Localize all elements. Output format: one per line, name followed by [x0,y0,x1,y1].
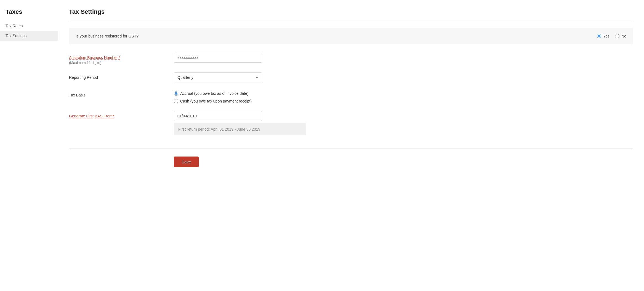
sidebar-nav: Tax Rates Tax Settings [0,21,58,41]
form-section: Australian Business Number * (Maximum 11… [69,53,633,149]
abn-label: Australian Business Number * [69,55,174,60]
gst-question: Is your business registered for GST? [76,34,597,38]
cash-radio[interactable] [174,99,178,103]
page-title: Tax Settings [69,8,633,15]
abn-label-col: Australian Business Number * (Maximum 11… [69,53,174,65]
gst-no-radio[interactable] [615,34,619,38]
reporting-period-control-col: Monthly Quarterly Annually [174,72,633,82]
accrual-label[interactable]: Accrual (you owe tax as of invoice date) [174,91,633,96]
abn-sublabel: (Maximum 11 digits) [69,61,174,65]
generate-bas-control-col: First return period: April 01 2019 - Jun… [174,111,633,135]
reporting-period-label: Reporting Period [69,75,174,80]
gst-no-label[interactable]: No [615,34,626,38]
generate-bas-label: Generate First BAS From* [69,114,174,118]
bottom-section: Save [69,149,633,167]
sidebar: Taxes Tax Rates Tax Settings [0,0,58,291]
reporting-period-label-col: Reporting Period [69,72,174,80]
cash-label[interactable]: Cash (you owe tax upon payment receipt) [174,99,633,103]
main-content: Tax Settings Is your business registered… [58,0,644,291]
sidebar-title: Taxes [0,8,58,21]
gst-yes-radio[interactable] [597,34,601,38]
reporting-period-row: Reporting Period Monthly Quarterly Annua… [69,72,633,82]
sidebar-item-tax-rates[interactable]: Tax Rates [0,21,58,31]
tax-basis-label: Tax Basis [69,93,174,97]
generate-bas-input[interactable] [174,111,262,121]
abn-input[interactable] [174,53,262,63]
gst-yes-label[interactable]: Yes [597,34,610,38]
accrual-radio[interactable] [174,91,178,96]
gst-radio-group: Yes No [597,34,626,38]
abn-row: Australian Business Number * (Maximum 11… [69,53,633,65]
title-divider [69,21,633,21]
generate-bas-row: Generate First BAS From* First return pe… [69,111,633,135]
sidebar-item-tax-settings[interactable]: Tax Settings [0,31,58,41]
generate-bas-label-col: Generate First BAS From* [69,111,174,118]
abn-control-col [174,53,633,63]
gst-section: Is your business registered for GST? Yes… [69,28,633,44]
save-button[interactable]: Save [174,157,199,167]
tax-basis-control-col: Accrual (you owe tax as of invoice date)… [174,90,633,103]
reporting-period-select[interactable]: Monthly Quarterly Annually [174,72,262,82]
tax-basis-radio-stack: Accrual (you owe tax as of invoice date)… [174,90,633,103]
first-return-period: First return period: April 01 2019 - Jun… [174,123,306,135]
tax-basis-label-col: Tax Basis [69,90,174,97]
tax-basis-row: Tax Basis Accrual (you owe tax as of inv… [69,90,633,103]
